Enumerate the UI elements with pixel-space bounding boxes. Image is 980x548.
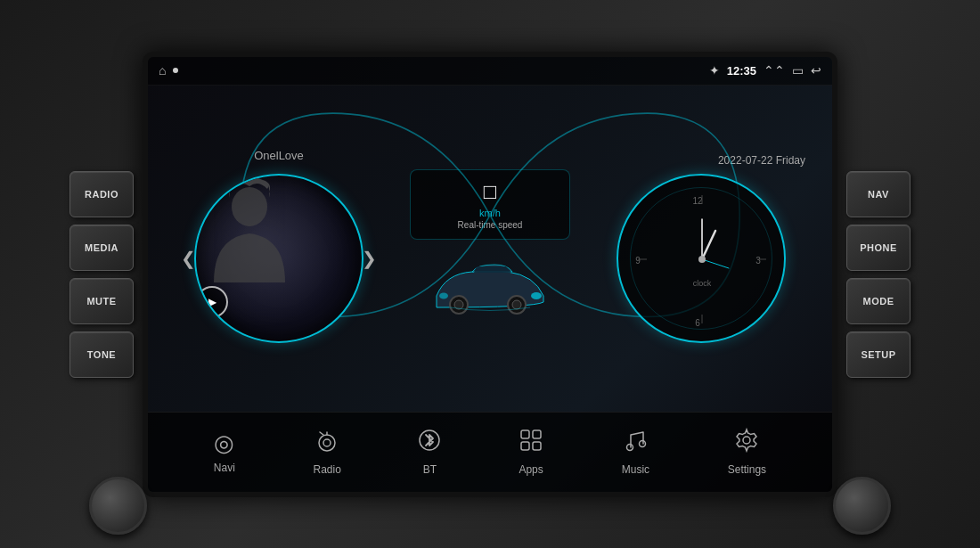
svg-point-18	[698, 256, 706, 263]
svg-rect-25	[521, 430, 529, 438]
speed-label: Real-time speed	[429, 220, 551, 230]
status-time: 12:35	[727, 64, 756, 78]
music-section: OnelLove ❮	[166, 149, 392, 348]
right-button-panel: NAV PHONE MODE SETUP	[846, 171, 911, 378]
music-label: Music	[622, 463, 649, 476]
clock-inner: 12 3 6 9	[630, 187, 772, 330]
home-icon: ⌂	[159, 63, 166, 78]
svg-line-17	[702, 259, 729, 268]
left-button-panel: RADIO MEDIA MUTE TONE	[69, 171, 134, 378]
apps-label: Apps	[519, 463, 543, 476]
svg-point-31	[743, 437, 750, 444]
phone-button[interactable]: PHONE	[846, 225, 911, 271]
svg-text:6: 6	[695, 318, 700, 328]
bluetooth-icon: ✦	[709, 63, 720, 78]
navi-label: Navi	[214, 462, 235, 474]
setup-button[interactable]: SETUP	[846, 331, 911, 378]
battery-icon: ▭	[792, 63, 804, 78]
bt-icon	[419, 428, 440, 459]
mute-button[interactable]: MUTE	[69, 278, 134, 324]
date-display: 2022-07-22 Friday	[588, 154, 814, 167]
nav-item-settings[interactable]: Settings	[715, 421, 780, 483]
svg-point-2	[439, 293, 448, 299]
play-button[interactable]: ▶	[196, 286, 228, 318]
main-content: OnelLove ❮	[148, 86, 832, 412]
signal-icon: ⌃⌃	[764, 63, 785, 78]
nav-bar: ◎ Navi Radio	[148, 412, 832, 492]
media-button[interactable]: MEDIA	[69, 225, 134, 271]
svg-rect-28	[533, 442, 541, 450]
clock-section: 2022-07-22 Friday 12 3 6 9	[588, 154, 814, 343]
next-track-arrow[interactable]: ❯	[362, 248, 377, 269]
navi-icon: ◎	[214, 429, 234, 457]
speed-unit: km/h	[429, 208, 551, 218]
svg-point-20	[319, 435, 335, 451]
screen: ⌂ ✦ 12:35 ⌃⌃ ▭ ↩ OnelLove ❮	[148, 57, 832, 492]
svg-text:12: 12	[692, 196, 703, 206]
svg-rect-27	[521, 442, 529, 450]
apps-icon	[519, 428, 543, 459]
artist-silhouette	[196, 176, 303, 282]
album-art-circle[interactable]: ▶	[194, 174, 363, 343]
car-visual	[419, 247, 561, 327]
music-icon	[624, 428, 647, 459]
music-circle-container: ❮ ▶	[181, 169, 377, 348]
nav-item-radio[interactable]: Radio	[299, 421, 354, 483]
nav-item-bt[interactable]: BT	[405, 421, 453, 483]
car-unit: RADIO MEDIA MUTE TONE ⌂ ✦ 12:35 ⌃⌃ ▭ ↩	[0, 0, 980, 548]
status-dot	[173, 68, 178, 73]
speed-icon: □	[429, 179, 551, 204]
svg-line-15	[702, 231, 715, 259]
settings-label: Settings	[728, 463, 766, 476]
svg-point-30	[640, 441, 646, 447]
speed-widget: □ km/h Real-time speed	[410, 169, 570, 240]
center-section: □ km/h Real-time speed	[401, 169, 579, 327]
settings-icon	[734, 428, 759, 459]
svg-point-29	[627, 445, 633, 451]
svg-rect-26	[533, 430, 541, 438]
nav-item-music[interactable]: Music	[608, 421, 663, 483]
svg-point-0	[232, 187, 267, 226]
clock-circle: 12 3 6 9	[617, 174, 786, 343]
mode-button[interactable]: MODE	[846, 278, 911, 324]
svg-point-1	[531, 292, 542, 299]
right-knob[interactable]	[833, 477, 891, 535]
screen-bezel: ⌂ ✦ 12:35 ⌃⌃ ▭ ↩ OnelLove ❮	[143, 52, 837, 497]
clock-face-svg: 12 3 6 9	[631, 188, 773, 331]
status-bar: ⌂ ✦ 12:35 ⌃⌃ ▭ ↩	[148, 57, 832, 86]
radio-button[interactable]: RADIO	[69, 171, 134, 217]
radio-nav-label: Radio	[313, 463, 340, 476]
svg-point-6	[512, 300, 521, 309]
svg-text:clock: clock	[693, 279, 712, 288]
nav-button[interactable]: NAV	[846, 171, 911, 217]
radio-nav-icon	[314, 429, 339, 459]
svg-point-21	[323, 439, 331, 446]
back-icon[interactable]: ↩	[811, 63, 821, 78]
left-knob[interactable]	[89, 477, 147, 535]
svg-line-22	[320, 432, 323, 435]
artist-name: OnelLove	[254, 149, 304, 162]
svg-text:3: 3	[755, 256, 761, 266]
nav-item-navi[interactable]: ◎ Navi	[200, 422, 249, 481]
nav-item-apps[interactable]: Apps	[505, 421, 557, 483]
tone-button[interactable]: TONE	[69, 331, 134, 378]
car-svg	[428, 256, 552, 318]
svg-text:9: 9	[635, 256, 641, 266]
prev-track-arrow[interactable]: ❮	[181, 248, 196, 269]
bt-label: BT	[423, 463, 437, 476]
